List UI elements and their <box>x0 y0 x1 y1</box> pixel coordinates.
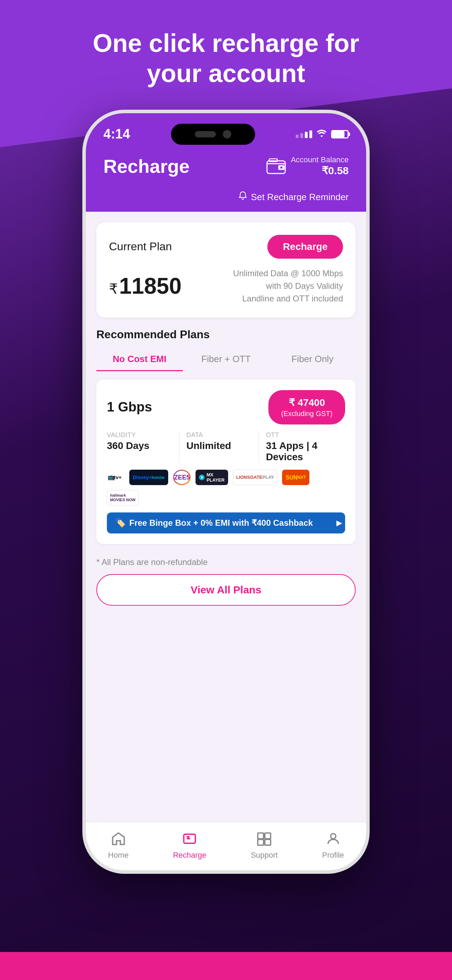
disney-hotstar-logo: Disney+hotstar <box>129 470 168 485</box>
plan-price-display: ₹ 47400 <box>281 396 333 409</box>
plan-card-header: 1 Gbps ₹ 47400 (Excluding GST) <box>107 390 345 425</box>
section-title: Recommended Plans <box>96 328 356 341</box>
svg-rect-3 <box>269 159 277 162</box>
status-icons <box>296 129 349 140</box>
svg-point-2 <box>280 167 282 169</box>
promo-banner: 🏷️ Free Binge Box + 0% EMI with ₹400 Cas… <box>107 512 345 533</box>
promo-flag-icon: 🏷️ <box>115 518 126 528</box>
data-label: DATA <box>186 431 251 439</box>
nav-support[interactable]: Support <box>251 830 278 860</box>
dynamic-island <box>171 124 255 145</box>
balance-info: Account Balance ₹0.58 <box>291 155 349 177</box>
tab-fiber-only[interactable]: Fiber Only <box>269 348 356 371</box>
view-all-plans-button[interactable]: View All Plans <box>96 574 356 606</box>
nav-home-label: Home <box>108 851 129 860</box>
home-icon <box>109 830 127 848</box>
plan-speed: 1 Gbps <box>107 399 152 415</box>
account-balance: Account Balance ₹0.58 <box>266 155 349 177</box>
apple-tv-logo: 📺 tv+ <box>107 470 124 485</box>
non-refundable-notice: * All Plans are non-refundable <box>96 557 356 567</box>
di-dot <box>223 130 231 138</box>
nav-home[interactable]: Home <box>108 830 129 860</box>
validity-label: VALIDITY <box>107 431 172 439</box>
support-icon <box>255 830 273 848</box>
plan-price-symbol: ₹ <box>109 281 118 296</box>
nav-support-label: Support <box>251 851 278 860</box>
wallet-icon <box>266 158 286 175</box>
current-plan-label: Current Plan <box>109 240 172 253</box>
battery-icon <box>331 130 349 138</box>
plan-data: DATA Unlimited <box>186 431 259 463</box>
balance-amount: ₹0.58 <box>291 164 349 177</box>
bottom-nav: Home Recharge <box>86 822 366 870</box>
plan-description: Unlimited Data @ 1000 Mbpswith 90 Days V… <box>233 267 343 305</box>
hallmark-logo: hallmarkMOVIES NOW <box>107 490 139 506</box>
svg-rect-11 <box>258 840 264 845</box>
nav-profile[interactable]: Profile <box>322 830 344 860</box>
plan-ott: OTT 31 Apps | 4 Devices <box>266 431 338 463</box>
phone-wrapper: 4:14 <box>82 110 370 909</box>
zee5-logo: ZEE5 <box>173 470 191 485</box>
balance-label: Account Balance <box>291 155 349 164</box>
plan-validity: VALIDITY 360 Days <box>107 431 180 463</box>
headline-line2: your account <box>147 59 305 87</box>
tab-fiber-ott[interactable]: Fiber + OTT <box>183 348 269 371</box>
nav-recharge-label: Recharge <box>173 851 206 860</box>
sun-nxt-logo: SUNNXT <box>282 470 309 485</box>
reminder-bar[interactable]: Set Recharge Reminder <box>86 188 366 212</box>
tab-no-cost-emi[interactable]: No Cost EMI <box>96 348 183 371</box>
profile-icon <box>324 830 342 848</box>
status-time: 4:14 <box>103 127 130 142</box>
di-pill <box>195 131 216 137</box>
status-bar: 4:14 <box>86 113 366 148</box>
reminder-label: Set Recharge Reminder <box>251 192 349 203</box>
nav-recharge[interactable]: Recharge <box>173 830 206 860</box>
plan-price: ₹11850 <box>109 273 181 299</box>
plan-price-value: 11850 <box>119 274 181 299</box>
main-content: Current Plan Recharge ₹11850 Unlimited D… <box>86 212 366 822</box>
current-plan-header: Current Plan Recharge <box>109 235 343 259</box>
plan-card: 1 Gbps ₹ 47400 (Excluding GST) VALIDITY … <box>96 380 356 544</box>
svg-rect-9 <box>258 833 264 839</box>
plan-attributes: VALIDITY 360 Days DATA Unlimited OTT 31 … <box>107 431 345 463</box>
recharge-icon <box>180 830 199 848</box>
recharge-button[interactable]: Recharge <box>267 235 343 259</box>
svg-text:tv+: tv+ <box>114 474 122 480</box>
pink-bottom-bar <box>0 952 452 980</box>
plan-details: ₹11850 Unlimited Data @ 1000 Mbpswith 90… <box>109 267 343 305</box>
headline: One click recharge for your account <box>65 28 387 89</box>
bell-icon <box>238 191 247 203</box>
headline-line1: One click recharge for <box>93 29 359 57</box>
nav-profile-label: Profile <box>322 851 344 860</box>
promo-text: Free Binge Box + 0% EMI with ₹400 Cashba… <box>129 518 313 528</box>
plan-price-excl: (Excluding GST) <box>281 409 333 418</box>
data-value: Unlimited <box>186 440 251 452</box>
signal-icon <box>296 130 312 138</box>
tabs-row: No Cost EMI Fiber + OTT Fiber Only <box>96 348 356 371</box>
wifi-icon <box>317 129 327 140</box>
svg-point-13 <box>330 834 336 839</box>
mxplayer-logo: MXPLAYER <box>196 470 228 485</box>
app-title: Recharge <box>103 155 189 177</box>
phone-frame: 4:14 <box>82 110 370 874</box>
svg-rect-12 <box>265 840 271 845</box>
lionsgate-logo: LIONSGATEPLAY <box>233 470 277 485</box>
ott-label: OTT <box>266 431 331 439</box>
svg-rect-10 <box>265 833 271 839</box>
app-header: Recharge Account Balance ₹0.58 <box>86 148 366 188</box>
ott-logos: 📺 tv+ Disney+hotstar ZEE5 MXPLAYER LIONS… <box>107 470 345 506</box>
validity-value: 360 Days <box>107 440 172 452</box>
current-plan-card: Current Plan Recharge ₹11850 Unlimited D… <box>96 222 356 318</box>
plan-price-button[interactable]: ₹ 47400 (Excluding GST) <box>268 390 345 425</box>
reminder-text[interactable]: Set Recharge Reminder <box>238 191 349 203</box>
ott-value: 31 Apps | 4 Devices <box>266 440 331 463</box>
